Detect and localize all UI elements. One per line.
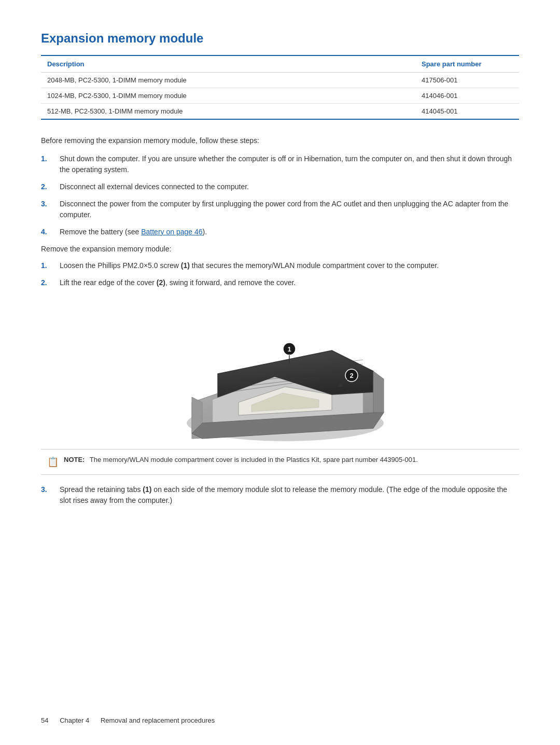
step-text: Disconnect the power from the computer b… [60, 199, 519, 220]
table-cell-description: 1024-MB, PC2-5300, 1-DIMM memory module [41, 88, 415, 104]
remove-section-label: Remove the expansion memory module: [41, 245, 519, 253]
step-remove-item: 1. Loosen the Phillips PM2.0×5.0 screw (… [41, 260, 519, 271]
note-content: NOTE: The memory/WLAN module compartment… [64, 455, 418, 465]
table-row: 512-MB, PC2-5300, 1-DIMM memory module 4… [41, 104, 519, 120]
step3-list: 3. Spread the retaining tabs (1) on each… [41, 484, 519, 506]
footer-chapter: Chapter 4 [60, 716, 89, 724]
page-title: Expansion memory module [41, 31, 519, 46]
steps-before-list: 1. Shut down the computer. If you are un… [41, 153, 519, 237]
step-text: Shut down the computer. If you are unsur… [60, 153, 519, 175]
step-remove-item: 2. Lift the rear edge of the cover (2), … [41, 277, 519, 288]
step-before-item: 1. Shut down the computer. If you are un… [41, 153, 519, 175]
step-before-item: 3. Disconnect the power from the compute… [41, 199, 519, 220]
step-number: 4. [41, 227, 60, 237]
step-text: Spread the retaining tabs (1) on each si… [60, 484, 519, 506]
battery-link[interactable]: Battery on page 46 [141, 228, 202, 236]
svg-text:1: 1 [287, 345, 291, 353]
steps-remove-list: 1. Loosen the Phillips PM2.0×5.0 screw (… [41, 260, 519, 288]
table-header-description: Description [41, 55, 415, 73]
page-footer: 54 Chapter 4 Removal and replacement pro… [41, 716, 519, 724]
step-text: Lift the rear edge of the cover (2), swi… [60, 277, 296, 288]
table-cell-part-number: 414045-001 [415, 104, 519, 120]
note-label: NOTE: [64, 456, 85, 463]
step-text: Remove the battery (see Battery on page … [60, 227, 207, 237]
step-text: Disconnect all external devices connecte… [60, 181, 249, 192]
table-cell-description: 2048-MB, PC2-5300, 1-DIMM memory module [41, 73, 415, 88]
table-row: 1024-MB, PC2-5300, 1-DIMM memory module … [41, 88, 519, 104]
svg-text:2: 2 [349, 372, 353, 379]
diagram-container: 1 2 [41, 299, 519, 444]
table-cell-part-number: 417506-001 [415, 73, 519, 88]
parts-table: Description Spare part number 2048-MB, P… [41, 55, 519, 120]
note-text: The memory/WLAN module compartment cover… [90, 456, 418, 463]
step-number: 2. [41, 277, 60, 288]
step-before-item: 2. Disconnect all external devices conne… [41, 181, 519, 192]
step-bold: (1) [143, 485, 151, 494]
table-cell-description: 512-MB, PC2-5300, 1-DIMM memory module [41, 104, 415, 120]
table-row: 2048-MB, PC2-5300, 1-DIMM memory module … [41, 73, 519, 88]
footer-chapter-title: Removal and replacement procedures [101, 716, 215, 724]
step-text: Loosen the Phillips PM2.0×5.0 screw (1) … [60, 260, 439, 271]
step-number: 1. [41, 153, 60, 164]
step-bold: (1) [181, 261, 190, 270]
table-cell-part-number: 414046-001 [415, 88, 519, 104]
step-number: 3. [41, 484, 60, 495]
step-bold: (2) [157, 278, 165, 287]
table-header-spare-part: Spare part number [415, 55, 519, 73]
intro-text: Before removing the expansion memory mod… [41, 135, 519, 146]
note-icon: 📋 [47, 455, 59, 469]
step-before-item: 4. Remove the battery (see Battery on pa… [41, 227, 519, 237]
step3-item: 3. Spread the retaining tabs (1) on each… [41, 484, 519, 506]
step-number: 3. [41, 199, 60, 209]
memory-module-diagram: 1 2 [171, 299, 389, 444]
step-number: 2. [41, 181, 60, 192]
footer-page: 54 [41, 716, 48, 724]
svg-marker-17 [373, 371, 384, 413]
note-box: 📋 NOTE: The memory/WLAN module compartme… [41, 449, 519, 475]
step-number: 1. [41, 260, 60, 271]
